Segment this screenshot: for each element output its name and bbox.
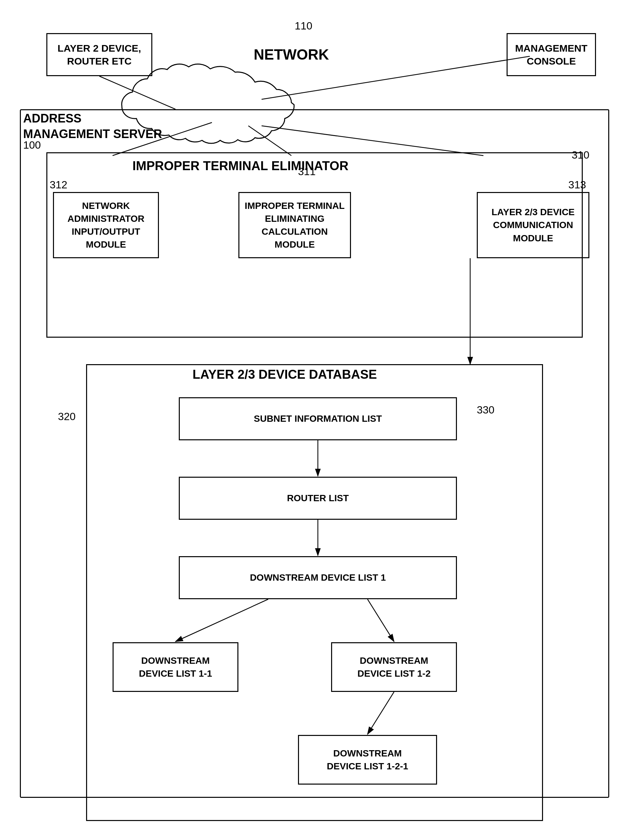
ref-110: 110 — [295, 20, 312, 32]
downstream1-label: DOWNSTREAM DEVICE LIST 1 — [250, 571, 386, 584]
router-list-label: ROUTER LIST — [287, 491, 349, 505]
management-console-label: MANAGEMENTCONSOLE — [515, 42, 587, 67]
svg-line-1 — [99, 76, 175, 109]
downstream11-label: DOWNSTREAMDEVICE LIST 1-1 — [139, 654, 212, 680]
ref-313: 313 — [569, 179, 586, 191]
layer2-device-box: LAYER 2 DEVICE, ROUTER ETC — [46, 33, 152, 76]
layer23-comm-module-label: LAYER 2/3 DEVICECOMMUNICATIONMODULE — [491, 205, 575, 245]
ite-title: IMPROPER TERMINAL ELIMINATOR — [132, 159, 348, 173]
management-console-box: MANAGEMENTCONSOLE — [507, 33, 596, 76]
improper-calc-module-box: IMPROPER TERMINALELIMINATINGCALCULATIONM… — [238, 192, 351, 258]
ref-100: 100 — [23, 139, 41, 151]
downstream121-label: DOWNSTREAMDEVICE LIST 1-2-1 — [327, 747, 408, 773]
diagram-container: 110 LAYER 2 DEVICE, ROUTER ETC MANAGEMEN… — [20, 13, 623, 808]
layer23-comm-module-box: LAYER 2/3 DEVICECOMMUNICATIONMODULE — [477, 192, 589, 258]
ref-320: 320 — [58, 410, 75, 423]
layer2-device-label: LAYER 2 DEVICE, ROUTER ETC — [48, 42, 151, 67]
ref-311: 311 — [298, 165, 316, 178]
downstream1-box: DOWNSTREAM DEVICE LIST 1 — [179, 556, 457, 599]
downstream12-label: DOWNSTREAMDEVICE LIST 1-2 — [357, 654, 431, 680]
downstream121-box: DOWNSTREAMDEVICE LIST 1-2-1 — [298, 735, 437, 785]
router-list-box: ROUTER LIST — [179, 477, 457, 520]
ref-330: 330 — [477, 404, 494, 416]
subnet-info-box: SUBNET INFORMATION LIST — [179, 397, 457, 440]
downstream12-box: DOWNSTREAMDEVICE LIST 1-2 — [331, 642, 457, 692]
ref-310: 310 — [572, 149, 589, 161]
improper-calc-module-label: IMPROPER TERMINALELIMINATINGCALCULATIONM… — [245, 199, 345, 251]
address-management-server-label: ADDRESSMANAGEMENT SERVER — [23, 111, 162, 142]
ref-312: 312 — [50, 179, 67, 191]
network-admin-module-label: NETWORKADMINISTRATORINPUT/OUTPUTMODULE — [67, 199, 144, 251]
db-title: LAYER 2/3 DEVICE DATABASE — [152, 367, 417, 382]
network-cloud-label: NETWORK — [235, 46, 348, 63]
network-admin-module-box: NETWORKADMINISTRATORINPUT/OUTPUTMODULE — [53, 192, 159, 258]
downstream11-box: DOWNSTREAMDEVICE LIST 1-1 — [113, 642, 238, 692]
subnet-info-label: SUBNET INFORMATION LIST — [254, 412, 382, 425]
